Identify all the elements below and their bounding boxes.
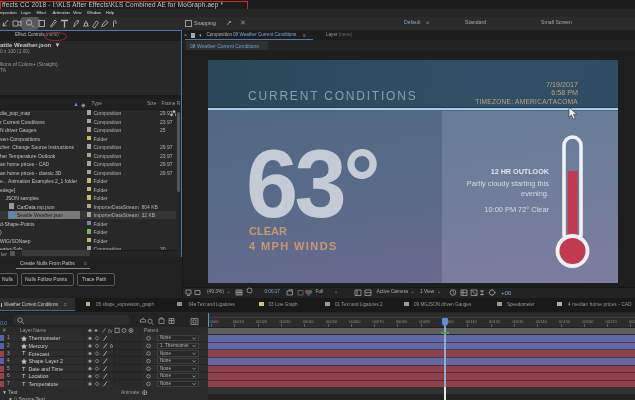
svg-text:+00: +00 (501, 290, 512, 296)
